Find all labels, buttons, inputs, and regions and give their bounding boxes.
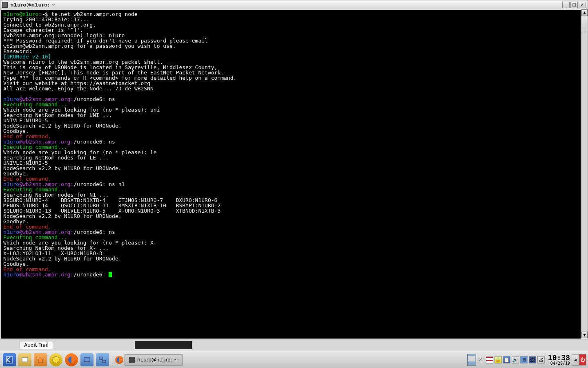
node-command: ns n1 (109, 181, 125, 187)
network-launcher-button[interactable] (96, 353, 109, 366)
task-label: n1uro@n1uro: ~ (137, 357, 178, 363)
firefox-button[interactable] (65, 353, 78, 366)
desktop-icon (21, 356, 29, 364)
node-prompt-path: /uronode6: (74, 229, 109, 235)
tray-printer-icon[interactable]: 🖨 (537, 356, 545, 364)
audit-trail-tab[interactable]: Audit Trail (20, 341, 53, 349)
pager-workspace[interactable] (467, 354, 476, 366)
svg-rect-5 (86, 362, 88, 363)
clock[interactable]: 10:38 04/29/19 (546, 354, 572, 366)
tray-logout-button[interactable]: ⏻ (579, 354, 586, 366)
scroll-down-button[interactable]: ▼ (581, 332, 588, 338)
terminal-window: n1uro@n1uro: ~ _ □ × n1uro@n1uro:~$ teln… (0, 0, 588, 339)
window-controls: _ □ × (562, 2, 586, 8)
monitor-icon (83, 356, 91, 364)
node-prompt-path: /uronode6: (74, 96, 109, 102)
svg-rect-4 (84, 357, 90, 361)
scroll-up-button[interactable]: ▲ (581, 9, 588, 16)
home-icon (36, 356, 45, 364)
system-tray: 🔒 📋 🔊 🖥 🖼 🖨 (484, 356, 546, 364)
network-icon (98, 356, 107, 364)
clock-time: 10:38 (548, 354, 570, 361)
firefox-running-icon[interactable] (115, 356, 123, 364)
tray-display-icon[interactable]: 🖥 (520, 356, 528, 364)
home-button[interactable] (34, 353, 47, 366)
svg-rect-7 (102, 360, 106, 363)
globe-icon (52, 356, 60, 364)
scroll-thumb[interactable] (582, 16, 587, 32)
background-thumbnail (135, 341, 192, 349)
taskbar-task-terminal[interactable]: n1uro@n1uro: ~ (125, 354, 183, 366)
node-command: ns (109, 139, 115, 145)
svg-point-2 (53, 357, 59, 363)
cursor (109, 272, 112, 277)
tde-logo-icon (5, 356, 13, 364)
node-prompt-path: /uronode6: (74, 181, 109, 187)
maximize-button[interactable]: □ (570, 2, 578, 8)
flag-us-icon (486, 357, 493, 363)
node-prompt-path: /uronode6: (74, 139, 109, 145)
terminal-content[interactable]: n1uro@n1uro:~$ telnet wb2snn.ampr.org no… (1, 10, 581, 339)
terminal-task-icon (129, 357, 135, 363)
node-prompt-host: @wb2snn.ampr.org: (19, 272, 74, 278)
node-prompt-path: /uronode6: (74, 272, 109, 278)
tray-keyboard-layout[interactable] (486, 356, 493, 364)
terminal-icon (2, 2, 8, 8)
taskbar-separator (112, 354, 112, 366)
browser-button[interactable] (49, 353, 62, 366)
node-command: ns (109, 229, 115, 235)
tray-lock-icon[interactable]: 🔒 (494, 356, 502, 364)
output-line: All are welcome, Enjoy the Node... 73 de… (3, 85, 154, 92)
background-tabs: Audit Trail (0, 339, 588, 351)
scrollbar[interactable]: ▲ ▼ (581, 9, 588, 338)
close-button[interactable]: × (579, 2, 586, 8)
display-settings-button[interactable] (80, 353, 94, 366)
node-command: ns (109, 96, 115, 102)
svg-rect-1 (22, 358, 28, 362)
titlebar[interactable]: n1uro@n1uro: ~ _ □ × (0, 0, 588, 9)
svg-rect-6 (99, 357, 102, 359)
firefox-icon (67, 356, 76, 364)
clock-date: 04/29/19 (548, 361, 570, 366)
firefox-icon (116, 357, 122, 363)
tray-audio-icon[interactable]: 🔊 (512, 356, 519, 364)
show-desktop-button[interactable] (18, 353, 31, 366)
workspace-preview-icon (468, 355, 475, 365)
pager-number: 2 (477, 357, 484, 362)
node-prompt-user: n1uro (3, 272, 19, 278)
tray-expand-button[interactable]: ◂ (572, 354, 579, 366)
minimize-button[interactable]: _ (562, 2, 570, 8)
taskbar: n1uro@n1uro: ~ 2 🔒 📋 🔊 🖥 🖼 🖨 10:38 04/29… (0, 351, 588, 368)
window-title: n1uro@n1uro: ~ (10, 2, 562, 8)
tray-wallpaper-icon[interactable]: 🖼 (529, 356, 536, 364)
svg-rect-10 (468, 356, 475, 361)
start-menu-button[interactable] (3, 353, 16, 366)
tray-clipboard-icon[interactable]: 📋 (503, 356, 510, 364)
